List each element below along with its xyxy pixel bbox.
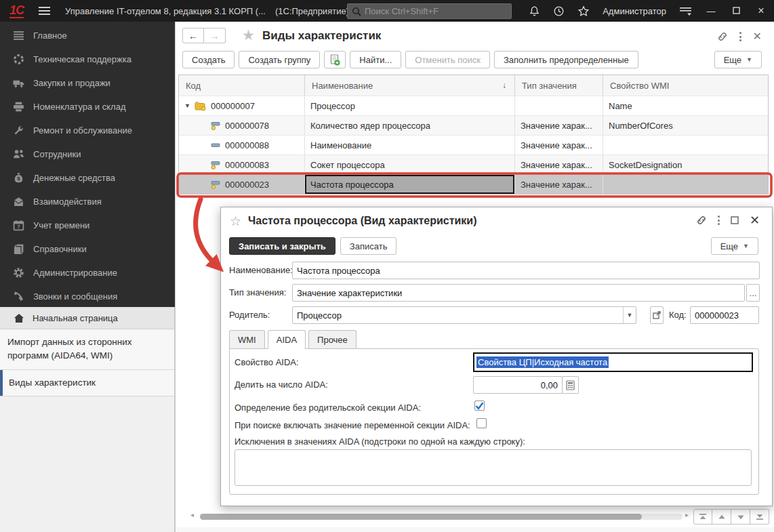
column-header-wmi[interactable]: Свойство WMI	[603, 75, 768, 96]
open-page-import[interactable]: Импорт данных из сторонних программ (AID…	[0, 329, 174, 370]
parent-combo-field[interactable]: Процессор ▼	[292, 306, 636, 324]
go-last-button[interactable]	[750, 509, 769, 525]
sections-panel: Главное Техническая поддержка Закупки и …	[0, 22, 175, 307]
characteristic-item-plain-icon	[211, 141, 220, 150]
aida-divide-field[interactable]	[473, 376, 563, 394]
document-plus-icon-button[interactable]	[324, 51, 346, 68]
go-up-button[interactable]	[712, 509, 731, 525]
sort-desc-icon: ↓	[502, 81, 506, 90]
more-button[interactable]: Еще▼	[711, 237, 758, 255]
minimize-icon[interactable]: —	[705, 6, 717, 16]
table-row[interactable]: 000000083 Сокет процессора Значение хара…	[179, 155, 768, 174]
more-button[interactable]: Еще▼	[714, 51, 762, 68]
link-icon[interactable]	[696, 215, 707, 226]
table-row[interactable]: 000000088 Наименование Значение харак...	[179, 135, 768, 155]
search-input[interactable]	[365, 6, 511, 16]
sidebar-item-repair-maintenance[interactable]: Ремонт и обслуживание	[0, 119, 175, 142]
name-field[interactable]	[292, 262, 760, 279]
go-down-button[interactable]	[731, 509, 750, 525]
favorite-star-icon[interactable]: ★	[242, 27, 255, 43]
sidebar-item-nomenclature-warehouse[interactable]: Номенклатура и склад	[0, 95, 175, 119]
tools-icon	[13, 125, 24, 136]
forward-button[interactable]: →	[204, 28, 226, 43]
go-first-button[interactable]	[693, 509, 712, 525]
kebab-menu-icon[interactable]	[718, 216, 720, 225]
aida-property-field[interactable]: Свойства ЦП|Исходная частота	[473, 352, 753, 372]
table-row[interactable]: ▼ 000000007 Процессор Name	[179, 96, 768, 115]
search-icon	[352, 7, 361, 16]
tab-other[interactable]: Прочее	[308, 330, 357, 348]
money-bag-icon: $	[13, 172, 24, 184]
column-header-type[interactable]: Тип значения	[515, 75, 603, 96]
favorite-star-icon[interactable]: ☆	[230, 213, 241, 229]
current-user[interactable]: Администратор	[603, 6, 666, 16]
open-parent-button[interactable]	[650, 306, 664, 324]
save-and-close-button[interactable]: Записать и закрыть	[229, 237, 335, 255]
find-button[interactable]: Найти...	[350, 51, 401, 68]
cancel-search-button[interactable]: Отменить поиск	[405, 51, 490, 68]
maximize-window-icon[interactable]	[731, 216, 739, 224]
kebab-menu-icon[interactable]	[739, 32, 741, 41]
sidebar-item-time-tracking[interactable]: 7 Учет времени	[0, 213, 175, 237]
create-group-button[interactable]: Создать группу	[239, 51, 320, 68]
exclusions-textarea[interactable]	[235, 449, 752, 486]
column-header-name[interactable]: Наименование↓	[305, 75, 515, 96]
pages-icon	[13, 243, 24, 255]
sidebar-item-money[interactable]: $ Денежные средства	[0, 166, 175, 190]
main-menu-icon[interactable]	[39, 7, 50, 15]
horizontal-scrollbar[interactable]	[200, 514, 683, 520]
favorites-star-icon[interactable]	[577, 5, 590, 17]
sidebar-item-main[interactable]: Главное	[0, 24, 175, 47]
triangle-down-bar-icon	[756, 513, 764, 520]
sidebar-item-administration[interactable]: Администрирование	[0, 261, 175, 285]
create-button[interactable]: Создать	[182, 51, 235, 68]
include-var-checkbox[interactable]	[476, 418, 487, 428]
sidebar-item-interactions[interactable]: Взаимодействия	[0, 190, 175, 213]
code-field[interactable]	[690, 306, 759, 324]
global-search[interactable]	[347, 3, 512, 19]
sidebar-item-purchases-sales[interactable]: Закупки и продажи	[0, 71, 175, 95]
close-dialog-icon[interactable]: ✕	[750, 216, 760, 225]
sidebar-item-catalogs[interactable]: Справочники	[0, 237, 175, 261]
column-header-code[interactable]: Код	[179, 75, 305, 96]
chevron-down-icon[interactable]: ▼	[623, 307, 636, 323]
focused-cell[interactable]: Частота процессора	[305, 175, 514, 194]
open-page-characteristic-types[interactable]: Виды характеристик	[0, 370, 174, 396]
tab-aida[interactable]: AIDA	[268, 330, 306, 349]
sidebar-item-calls-messages[interactable]: Звонки и сообщения	[0, 285, 175, 308]
close-form-icon[interactable]: ✕	[753, 32, 762, 41]
no-parent-section-label: Определение без родительской секции AIDA…	[235, 403, 421, 413]
back-button[interactable]: ←	[182, 28, 204, 43]
svg-text:7: 7	[17, 224, 20, 230]
include-var-label: При поиске включать значение переменной …	[235, 420, 470, 430]
save-button[interactable]: Записать	[340, 237, 397, 255]
service-menu-icon[interactable]	[679, 6, 692, 16]
history-icon[interactable]	[553, 5, 565, 17]
lifebuoy-icon	[13, 54, 24, 65]
no-parent-section-checkbox[interactable]	[474, 401, 485, 411]
expand-triangle-icon[interactable]: ▼	[184, 102, 190, 109]
open-link-icon	[653, 311, 661, 319]
chevron-down-icon: ▼	[743, 243, 749, 249]
code-label: Код:	[669, 310, 687, 320]
close-icon[interactable]: ×	[755, 5, 767, 17]
tab-wmi[interactable]: WMI	[229, 330, 265, 348]
scrollbar-thumb[interactable]	[200, 514, 642, 520]
scroll-right-icon[interactable]: ▸	[685, 511, 689, 518]
maximize-icon[interactable]	[730, 6, 742, 16]
table-row-selected[interactable]: 000000023 Частота процессора Значение ха…	[179, 174, 768, 194]
home-page-item[interactable]: Начальная страница	[0, 307, 174, 329]
1c-logo: 1С	[9, 3, 24, 18]
bell-icon[interactable]	[529, 5, 540, 17]
sidebar-item-support[interactable]: Техническая поддержка	[0, 47, 175, 71]
link-icon[interactable]	[717, 31, 728, 42]
sidebar-item-employees[interactable]: Сотрудники	[0, 142, 175, 166]
choose-type-button[interactable]: ...	[746, 284, 760, 302]
table-row[interactable]: 000000078 Количество ядер процессора Зна…	[179, 115, 768, 135]
calendar-icon: 7	[13, 220, 24, 231]
scroll-left-icon[interactable]: ◂	[190, 511, 194, 518]
calculator-button[interactable]	[562, 376, 579, 394]
value-type-field[interactable]	[292, 284, 745, 302]
fill-predefined-button[interactable]: Заполнить предопределенные	[494, 51, 638, 68]
characteristic-item-icon	[211, 121, 220, 130]
